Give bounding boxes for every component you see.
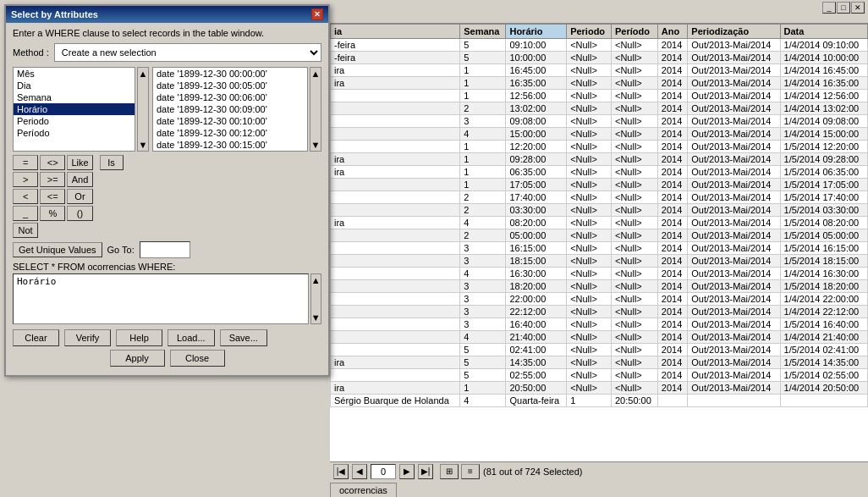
col-header-periodizacao[interactable]: Periodização	[688, 25, 780, 39]
view-table-button[interactable]: ⊞	[440, 464, 459, 479]
values-list-item[interactable]: date '1899-12-30 00:16:00'	[153, 151, 307, 152]
values-list-item[interactable]: date '1899-12-30 00:15:00'	[153, 139, 307, 151]
page-input[interactable]	[371, 464, 396, 479]
table-row[interactable]: ira106:35:00<Null><Null>2014Out/2013-Mai…	[331, 166, 868, 179]
values-list-item[interactable]: date '1899-12-30 00:10:00'	[153, 115, 307, 127]
values-list-item[interactable]: date '1899-12-30 00:06:00'	[153, 91, 307, 103]
table-row[interactable]: 502:41:00<Null><Null>2014Out/2013-Mai/20…	[331, 344, 868, 356]
sql-textarea[interactable]	[13, 273, 309, 324]
field-list-item[interactable]: Dia	[14, 80, 135, 91]
table-cell: 1/5/2014 18:15:00	[780, 255, 867, 268]
method-select[interactable]: Create a new selectionAdd to current sel…	[54, 43, 321, 62]
table-row[interactable]: 322:00:00<Null><Null>2014Out/2013-Mai/20…	[331, 293, 868, 306]
table-row[interactable]: -feira509:10:00<Null><Null>2014Out/2013-…	[331, 39, 868, 52]
table-row[interactable]: ira109:28:00<Null><Null>2014Out/2013-Mai…	[331, 153, 868, 166]
operator-button---[interactable]: <=	[40, 189, 65, 204]
save-button[interactable]: Save...	[220, 329, 267, 346]
close-table-button[interactable]: ✕	[851, 2, 865, 14]
operator-button--[interactable]: >	[13, 172, 38, 187]
operator-button--[interactable]: =	[13, 155, 38, 170]
operator-button--[interactable]: _	[13, 206, 38, 221]
sql-scroll-up[interactable]: ▲	[311, 275, 321, 285]
col-header-semana[interactable]: Semana	[460, 25, 506, 39]
table-row[interactable]: ira514:35:00<Null><Null>2014Out/2013-Mai…	[331, 356, 868, 369]
table-cell: 09:08:00	[506, 115, 567, 128]
table-row[interactable]: ira120:50:00<Null><Null>2014Out/2013-Mai…	[331, 382, 868, 395]
operator-button---[interactable]: <>	[40, 155, 65, 170]
operator-button---[interactable]: >=	[40, 172, 65, 187]
operator-button-not[interactable]: Not	[13, 223, 38, 238]
field-scroll-down[interactable]: ▼	[139, 140, 148, 150]
nav-first-button[interactable]: |◀	[333, 464, 349, 479]
table-row[interactable]: ira408:20:00<Null><Null>2014Out/2013-Mai…	[331, 217, 868, 229]
select-by-attributes-dialog: Select by Attributes ✕ Enter a WHERE cla…	[4, 4, 330, 377]
table-cell: 17:05:00	[506, 179, 567, 191]
col-header-periodo2[interactable]: Período	[612, 25, 658, 39]
col-header-ano[interactable]: Ano	[657, 25, 687, 39]
table-row[interactable]: 318:20:00<Null><Null>2014Out/2013-Mai/20…	[331, 280, 868, 293]
operator-button---[interactable]: ()	[67, 206, 92, 221]
table-row[interactable]: 213:02:00<Null><Null>2014Out/2013-Mai/20…	[331, 102, 868, 115]
table-row[interactable]: 416:30:00<Null><Null>2014Out/2013-Mai/20…	[331, 268, 868, 280]
close-button[interactable]: Close	[170, 350, 225, 367]
sql-scroll-down[interactable]: ▼	[311, 312, 321, 323]
field-list-item[interactable]: Período	[14, 127, 135, 139]
field-list-item[interactable]: Semana	[14, 91, 135, 103]
load-button[interactable]: Load...	[168, 329, 215, 346]
col-header-horario[interactable]: Horário	[506, 25, 567, 39]
values-scroll-down[interactable]: ▼	[311, 140, 321, 150]
values-list-item[interactable]: date '1899-12-30 00:00:00'	[153, 68, 307, 80]
field-list-item[interactable]: Horário	[14, 103, 135, 115]
field-list-item[interactable]: Periodo	[14, 115, 135, 127]
table-row[interactable]: 502:55:00<Null><Null>2014Out/2013-Mai/20…	[331, 369, 868, 382]
table-row[interactable]: 309:08:00<Null><Null>2014Out/2013-Mai/20…	[331, 115, 868, 128]
get-unique-values-button[interactable]: Get Unique Values	[13, 242, 102, 257]
nav-next-button[interactable]: ▶	[399, 464, 415, 479]
operator-button-and[interactable]: And	[67, 172, 92, 187]
table-cell: <Null>	[612, 204, 658, 217]
is-button[interactable]: Is	[100, 155, 124, 170]
view-list-button[interactable]: ≡	[461, 464, 480, 479]
operator-button-like[interactable]: Like	[67, 155, 92, 170]
maximize-button[interactable]: □	[837, 2, 850, 14]
table-row[interactable]: 415:00:00<Null><Null>2014Out/2013-Mai/20…	[331, 128, 868, 141]
table-cell: 09:28:00	[506, 153, 567, 166]
operator-button-or[interactable]: Or	[67, 189, 92, 204]
table-row[interactable]: Sérgio Buarque de Holanda4Quarta-feira12…	[331, 395, 868, 407]
table-row[interactable]: -feira510:00:00<Null><Null>2014Out/2013-…	[331, 52, 868, 64]
field-scroll-up[interactable]: ▲	[139, 69, 148, 79]
values-list-item[interactable]: date '1899-12-30 00:05:00'	[153, 80, 307, 91]
apply-button[interactable]: Apply	[110, 350, 165, 367]
verify-button[interactable]: Verify	[64, 329, 111, 346]
table-row[interactable]: 217:40:00<Null><Null>2014Out/2013-Mai/20…	[331, 191, 868, 204]
table-row[interactable]: 322:12:00<Null><Null>2014Out/2013-Mai/20…	[331, 306, 868, 318]
table-row[interactable]: 318:15:00<Null><Null>2014Out/2013-Mai/20…	[331, 255, 868, 268]
table-row[interactable]: 316:40:00<Null><Null>2014Out/2013-Mai/20…	[331, 318, 868, 331]
minimize-button[interactable]: _	[822, 2, 836, 14]
nav-last-button[interactable]: ▶|	[418, 464, 433, 479]
dialog-close-icon-button[interactable]: ✕	[311, 8, 323, 20]
table-row[interactable]: ira116:35:00<Null><Null>2014Out/2013-Mai…	[331, 77, 868, 90]
table-row[interactable]: 112:56:00<Null><Null>2014Out/2013-Mai/20…	[331, 90, 868, 102]
goto-input[interactable]	[140, 241, 190, 258]
values-list-item[interactable]: date '1899-12-30 00:09:00'	[153, 103, 307, 115]
table-row[interactable]: 421:40:00<Null><Null>2014Out/2013-Mai/20…	[331, 331, 868, 344]
tab-ocorrencias[interactable]: ocorrencias	[330, 483, 397, 497]
nav-prev-button[interactable]: ◀	[352, 464, 367, 479]
clear-button[interactable]: Clear	[13, 329, 59, 346]
help-button[interactable]: Help	[116, 329, 162, 346]
operator-button--[interactable]: %	[40, 206, 65, 221]
table-row[interactable]: 117:05:00<Null><Null>2014Out/2013-Mai/20…	[331, 179, 868, 191]
col-header-periodo1[interactable]: Periodo	[567, 25, 612, 39]
col-header-data[interactable]: Data	[780, 25, 867, 39]
table-row[interactable]: 112:20:00<Null><Null>2014Out/2013-Mai/20…	[331, 141, 868, 153]
values-list-item[interactable]: date '1899-12-30 00:12:00'	[153, 127, 307, 139]
values-scroll-up[interactable]: ▲	[311, 69, 321, 79]
col-header-ia[interactable]: ia	[331, 25, 460, 39]
table-row[interactable]: ira116:45:00<Null><Null>2014Out/2013-Mai…	[331, 64, 868, 77]
table-row[interactable]: 205:00:00<Null><Null>2014Out/2013-Mai/20…	[331, 229, 868, 242]
table-row[interactable]: 203:30:00<Null><Null>2014Out/2013-Mai/20…	[331, 204, 868, 217]
field-list-item[interactable]: Mês	[14, 68, 135, 80]
table-row[interactable]: 316:15:00<Null><Null>2014Out/2013-Mai/20…	[331, 242, 868, 255]
operator-button--[interactable]: <	[13, 189, 38, 204]
